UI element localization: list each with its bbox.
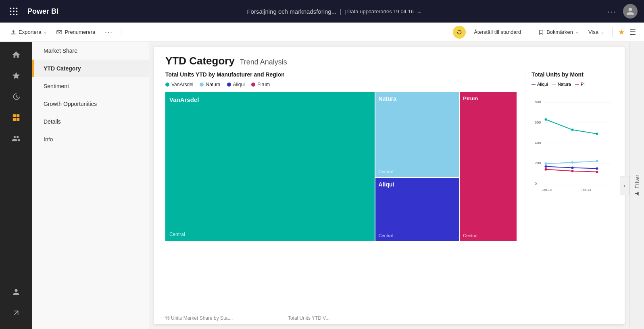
report-title: YTD Category <box>165 55 235 67</box>
line-chart-container: 800 600 400 200 0 <box>531 90 613 219</box>
sidebar-item-market-share[interactable]: Market Share <box>32 42 149 60</box>
svg-point-4 <box>13 10 15 12</box>
filter-panel[interactable]: Filter <box>629 42 644 329</box>
bookmarks-chevron: ⌄ <box>575 30 579 34</box>
line-legend-dot-aliqui <box>531 84 536 85</box>
svg-point-0 <box>10 8 12 9</box>
left-nav <box>0 42 32 329</box>
treemap-cell-vanarsdel[interactable]: VanArsdel Central <box>165 92 375 241</box>
nav-icon-shared[interactable] <box>6 129 26 148</box>
report-subtitle: Trend Analysis <box>240 58 287 66</box>
treemap-label-natura: Natura <box>379 95 456 102</box>
chart1-legend: VanArsdel Natura Aliqui Pirum <box>165 82 517 87</box>
dropdown-icon[interactable]: ⌄ <box>417 8 422 15</box>
nav-icon-favorites[interactable] <box>6 66 26 85</box>
filter-label: Filter <box>634 174 640 197</box>
reset-label: Återställ till standard <box>474 29 521 35</box>
grid-apps-icon[interactable] <box>6 4 21 19</box>
sidebar-item-sentiment[interactable]: Sentiment <box>32 77 149 95</box>
treemap-chart[interactable]: VanArsdel Central Natura Central Aliqui <box>165 92 517 241</box>
svg-point-32 <box>596 168 598 170</box>
export-button[interactable]: Exportera ⌄ <box>6 27 51 37</box>
bottom-hint: % Units Market Share by Stat... Total Un… <box>154 312 625 324</box>
svg-text:200: 200 <box>535 161 541 165</box>
subscribe-button[interactable]: Prenumerera <box>52 27 99 37</box>
export-label: Exportera <box>19 29 41 35</box>
legend-aliqui: Aliqui <box>227 82 245 87</box>
collapse-panel-button[interactable]: ‹ <box>620 176 629 195</box>
user-avatar[interactable] <box>623 4 638 19</box>
svg-point-31 <box>571 167 573 169</box>
line-chart-svg: 800 600 400 200 0 <box>531 90 613 215</box>
nav-icon-profile[interactable] <box>6 282 26 302</box>
chart-section: Total Units YTD by Manufacturer and Regi… <box>154 71 625 241</box>
svg-point-27 <box>544 162 547 165</box>
legend-pirum: Pirum <box>251 82 270 87</box>
treemap-cell-natura[interactable]: Natura Central <box>375 92 459 177</box>
svg-rect-9 <box>57 30 62 34</box>
treemap-sublabel-aliqui: Central <box>379 233 456 238</box>
toolbar-divider-1 <box>121 27 121 37</box>
legend-dot-pirum <box>251 83 255 87</box>
treemap-sublabel-vanarsdel: Central <box>169 232 371 237</box>
reset-icon-button[interactable] <box>453 26 466 39</box>
bookmarks-button[interactable]: Bokmärken ⌄ <box>534 27 583 37</box>
line-legend-natura: Natura <box>552 82 571 87</box>
sidebar-item-growth-opportunities[interactable]: Growth Opportunities <box>32 95 149 113</box>
svg-point-1 <box>13 8 15 9</box>
more-label: ··· <box>105 29 113 36</box>
report-header: YTD Category Trend Analysis <box>154 47 625 71</box>
export-chevron: ⌄ <box>44 30 47 34</box>
bottom-hint-text1: % Units Market Share by Stat... <box>165 315 233 321</box>
data-updated-label: | Data uppdaterades 19.04.16 <box>344 8 414 14</box>
legend-dot-vanarsdel <box>165 83 169 87</box>
content-area: ‹ YTD Category Trend Analysis Total Unit… <box>149 42 644 329</box>
treemap-col-middle: Natura Central Aliqui Central <box>375 92 459 241</box>
nav-icon-recent[interactable] <box>6 87 26 106</box>
toolbar: Exportera ⌄ Prenumerera ··· Återställ ti… <box>0 23 644 42</box>
report-name: Försäljning och marknadsföring... <box>247 8 336 15</box>
nav-icon-apps[interactable] <box>6 108 26 127</box>
reset-to-default-button[interactable]: Återställ till standard <box>469 27 526 37</box>
favorite-star-icon[interactable]: ★ <box>617 26 626 38</box>
main-layout: Market Share YTD Category Sentiment Grow… <box>0 42 644 329</box>
svg-text:0: 0 <box>535 182 537 186</box>
nav-icon-home[interactable] <box>6 45 26 64</box>
sidebar-item-ytd-category[interactable]: YTD Category <box>32 60 149 77</box>
sidebar-item-details[interactable]: Details <box>32 113 149 130</box>
svg-text:800: 800 <box>535 100 541 104</box>
treemap-cell-aliqui[interactable]: Aliqui Central <box>375 178 459 241</box>
legend-natura: Natura <box>200 82 220 87</box>
chart2-heading: Total Units by Mont <box>531 71 613 78</box>
toolbar-divider-2 <box>530 27 530 37</box>
nav-icon-expand[interactable] <box>6 303 26 323</box>
svg-point-24 <box>544 118 547 121</box>
legend-dot-aliqui <box>227 83 231 87</box>
svg-rect-11 <box>17 114 19 117</box>
report-title-bar: Försäljning och marknadsföring... | | Da… <box>68 8 601 15</box>
svg-text:Feb-14: Feb-14 <box>581 188 591 192</box>
svg-point-35 <box>596 171 598 173</box>
list-view-icon[interactable]: ☰ <box>628 26 638 38</box>
treemap-cell-pirum[interactable]: Pirum Central <box>460 92 517 241</box>
treemap-label-pirum: Pirum <box>463 95 513 101</box>
svg-text:400: 400 <box>535 141 541 145</box>
topbar-more-options[interactable]: ··· <box>607 7 617 16</box>
svg-point-8 <box>16 14 18 15</box>
svg-text:600: 600 <box>535 120 541 124</box>
legend-dot-natura <box>200 83 204 87</box>
chart1-heading: Total Units YTD by Manufacturer and Regi… <box>165 71 517 78</box>
more-options-button[interactable]: ··· <box>101 26 117 38</box>
treemap-label-aliqui: Aliqui <box>379 181 456 188</box>
view-chevron: ⌄ <box>601 30 604 34</box>
svg-rect-13 <box>17 118 19 121</box>
sidebar-item-info[interactable]: Info <box>32 130 149 148</box>
view-label: Visa <box>588 29 598 35</box>
legend-vanarsdel: VanArsdel <box>165 82 193 87</box>
svg-point-25 <box>571 128 573 131</box>
side-panel: Market Share YTD Category Sentiment Grow… <box>32 42 149 329</box>
svg-point-3 <box>10 10 12 12</box>
view-button[interactable]: Visa ⌄ <box>584 27 608 37</box>
line-legend-dot-natura <box>552 84 556 85</box>
svg-point-34 <box>571 170 573 172</box>
